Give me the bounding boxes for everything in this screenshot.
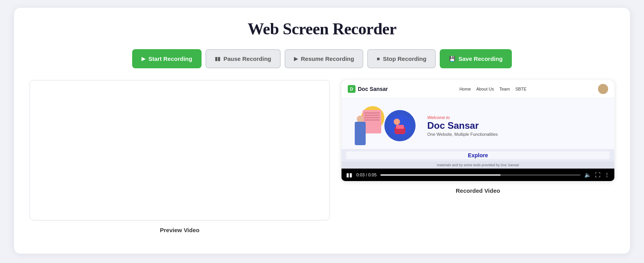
resume-recording-button[interactable]: ▶ Resume Recording: [285, 49, 364, 68]
website-logo: D Doc Sansar: [348, 85, 388, 93]
stop-recording-button[interactable]: ■ Stop Recording: [367, 49, 436, 68]
svg-point-1: [394, 119, 400, 125]
video-time: 0:03 / 0:05: [356, 172, 377, 177]
start-recording-button[interactable]: ▶ Start Recording: [132, 49, 202, 68]
sub-bar: Explore: [341, 149, 614, 162]
preview-label: Preview Video: [160, 227, 199, 233]
fullscreen-icon[interactable]: ⛶: [595, 172, 600, 178]
video-controls: ▮▮ 0:03 / 0:05 🔈 ⛶ ⋮: [341, 169, 614, 181]
doc-line: [364, 112, 380, 114]
explore-label: Explore: [346, 151, 610, 159]
website-nav: D Doc Sansar Home About Us Team SBTE: [341, 80, 614, 98]
hero-text: Welcome to Doc Sansar One Website, Multi…: [419, 115, 603, 137]
logo-icon: D: [348, 85, 356, 93]
hero-illustration-left: [353, 106, 384, 145]
blue-circle-illustration: [384, 110, 416, 141]
mute-icon[interactable]: 🔈: [584, 172, 591, 178]
sub-text: materials and try some tools provided by…: [341, 162, 614, 169]
user-avatar: [598, 84, 608, 94]
doc-line: [364, 119, 380, 121]
video-progress-bar[interactable]: [380, 174, 580, 176]
page-title: Web Screen Recorder: [30, 20, 614, 38]
welcome-text: Welcome to: [427, 115, 603, 120]
recorded-label: Recorded Video: [456, 187, 500, 194]
recorded-panel: D Doc Sansar Home About Us Team SBTE: [341, 80, 614, 194]
doc-line: [364, 117, 380, 118]
website-screenshot: D Doc Sansar Home About Us Team SBTE: [341, 80, 614, 169]
nav-home: Home: [459, 87, 471, 91]
svg-rect-3: [396, 125, 404, 129]
preview-box: [30, 80, 330, 220]
app-container: Web Screen Recorder ▶ Start Recording ▮▮…: [14, 8, 630, 254]
person-figure: [353, 106, 384, 145]
toolbar: ▶ Start Recording ▮▮ Pause Recording ▶ R…: [30, 49, 614, 68]
hero-subtitle: One Website, Multiple Functionalities: [427, 132, 603, 137]
doc-line: [364, 115, 380, 116]
website-hero: Welcome to Doc Sansar One Website, Multi…: [341, 98, 614, 149]
nav-sbte: SBTE: [515, 87, 527, 91]
resume-icon: ▶: [294, 56, 298, 62]
hero-title: Doc Sansar: [427, 121, 603, 130]
video-progress-fill: [380, 174, 501, 176]
pause-icon: ▮▮: [215, 56, 220, 62]
save-recording-button[interactable]: 💾 Save Recording: [440, 49, 512, 68]
video-frame: D Doc Sansar Home About Us Team SBTE: [341, 80, 614, 181]
stop-icon: ■: [377, 56, 380, 62]
nav-about: About Us: [476, 87, 494, 91]
more-options-icon[interactable]: ⋮: [604, 172, 610, 178]
nav-links: Home About Us Team SBTE: [459, 87, 526, 91]
nav-team: Team: [499, 87, 510, 91]
content-area: Preview Video D Doc Sansar Home About U: [30, 80, 614, 233]
preview-panel: Preview Video: [30, 80, 330, 233]
person-body: [355, 122, 366, 145]
save-icon: 💾: [449, 56, 455, 62]
play-icon: ▶: [142, 56, 145, 62]
pause-recording-button[interactable]: ▮▮ Pause Recording: [205, 49, 281, 68]
video-play-button[interactable]: ▮▮: [346, 172, 352, 178]
video-control-icons: 🔈 ⛶ ⋮: [584, 172, 610, 178]
